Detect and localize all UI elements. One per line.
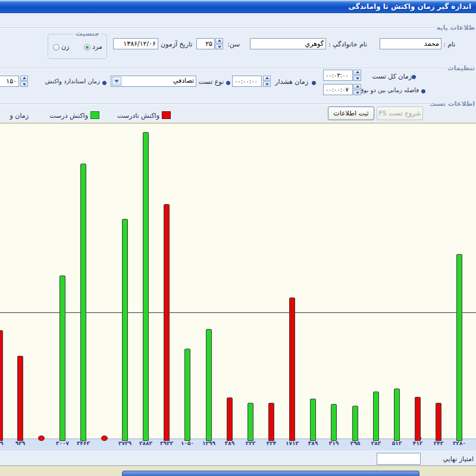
total-test-time-input[interactable] <box>323 70 353 81</box>
correct-reaction-legend-label: واکنش درست <box>43 112 88 120</box>
section-divider <box>0 68 452 69</box>
family-name-input[interactable] <box>250 38 326 49</box>
spin-down-button[interactable] <box>353 76 361 81</box>
bullet-icon <box>421 89 425 93</box>
standard-reaction-label: زمان استاندارد واکنش <box>33 78 100 84</box>
spin-down-button[interactable] <box>20 82 28 87</box>
window-title: اندازه گیر زمان واکنش تا واماندگی <box>349 2 471 11</box>
arrow-down-icon <box>356 77 359 80</box>
name-input[interactable] <box>380 38 441 49</box>
correct-reaction-legend-swatch <box>90 111 99 119</box>
beep-interval-spinner <box>353 84 362 96</box>
test-type-value: تصادفي <box>173 77 194 84</box>
x-axis-label: ۲۴۶۲ <box>70 440 96 446</box>
gender-female-radio[interactable] <box>53 44 60 51</box>
section-divider <box>0 27 437 29</box>
start-test-button[interactable]: شروع تست F5 <box>377 107 423 120</box>
standard-reaction-spinner <box>20 76 29 87</box>
x-axis-label: ۲۲۸۰ <box>446 440 472 446</box>
spin-up-button[interactable] <box>263 76 271 81</box>
arrow-up-icon <box>356 71 359 73</box>
spin-down-button[interactable] <box>263 82 271 87</box>
arrow-down-icon <box>356 92 359 94</box>
background-window-titlebar[interactable] <box>122 471 419 476</box>
x-axis-label: ۹۲۹ <box>7 440 33 446</box>
total-test-time-spinner <box>353 70 362 82</box>
x-axis-label-strip: ۹۹۲۹۲۰۰۷۲۴۶۲۲۷۲۹۲۸۸۲۲۹۲۲۱۰۵۰۱۲۹۹۳۸۹۲۲۲۲۲… <box>0 439 476 450</box>
spin-up-button[interactable] <box>353 84 361 89</box>
arrow-down-icon <box>218 46 221 48</box>
family-name-label: نام خانوادگي : <box>328 40 367 48</box>
title-bar[interactable]: اندازه گیر زمان واکنش تا واماندگی <box>0 1 476 13</box>
section-basic-info-caption: طلاعات پایه <box>437 24 475 32</box>
gender-male-label: مرد <box>92 43 102 51</box>
spin-up-button[interactable] <box>353 70 361 75</box>
section-test-info-caption: اطلاعات تست <box>430 100 475 108</box>
gender-male-radio[interactable] <box>84 44 90 51</box>
clipped-legend-label: زمان و <box>0 112 29 120</box>
arrow-up-icon <box>23 77 26 79</box>
gender-caption: جنسیت <box>73 30 102 37</box>
chart-plot-area <box>0 124 476 439</box>
name-label: نام : <box>443 40 455 48</box>
age-spin-up-button[interactable] <box>215 38 223 43</box>
arrow-up-icon <box>265 77 269 79</box>
arrow-up-icon <box>218 39 221 42</box>
standard-reaction-reference-line <box>0 312 476 313</box>
beep-interval-input[interactable] <box>323 84 353 95</box>
age-spinner <box>215 38 224 50</box>
warning-time-label: زمان هشدار <box>273 78 308 86</box>
age-input[interactable] <box>196 38 215 49</box>
arrow-down-icon <box>265 83 269 86</box>
chevron-down-icon <box>114 80 119 83</box>
spin-down-button[interactable] <box>353 90 361 95</box>
test-date-label: تاریخ آزمون <box>161 40 192 48</box>
spin-up-button[interactable] <box>20 76 28 81</box>
gender-female-label: زن <box>61 43 69 51</box>
standard-reaction-input[interactable] <box>0 76 19 87</box>
warning-time-input[interactable] <box>232 76 262 87</box>
section-divider <box>0 104 434 105</box>
test-type-combobox[interactable]: تصادفي <box>111 76 196 87</box>
bullet-icon <box>412 75 416 79</box>
arrow-up-icon <box>356 85 359 87</box>
total-test-time-label: زمان کل تست <box>362 73 412 80</box>
arrow-down-icon <box>23 83 26 86</box>
test-type-label: نوع تست <box>198 78 224 86</box>
final-score-label: امتياز نهايي <box>424 455 474 463</box>
final-score-input[interactable] <box>377 453 421 465</box>
save-data-button[interactable]: ثبت اطلاعات <box>328 107 374 120</box>
combo-dropdown-button[interactable] <box>112 77 121 86</box>
incorrect-reaction-legend-swatch <box>162 111 171 119</box>
bullet-icon <box>102 81 107 85</box>
age-spin-down-button[interactable] <box>215 44 223 49</box>
gender-groupbox: جنسیت مرد زن <box>48 34 107 59</box>
incorrect-reaction-legend-label: واکنش نادرست <box>108 112 159 120</box>
warning-time-spinner <box>263 76 271 87</box>
age-label: سن: <box>227 40 240 48</box>
test-date-input[interactable] <box>113 38 158 49</box>
bullet-icon <box>312 81 316 85</box>
beep-interval-label: فاصله زماني بين دو بوق <box>364 87 419 93</box>
bullet-icon <box>226 81 230 85</box>
